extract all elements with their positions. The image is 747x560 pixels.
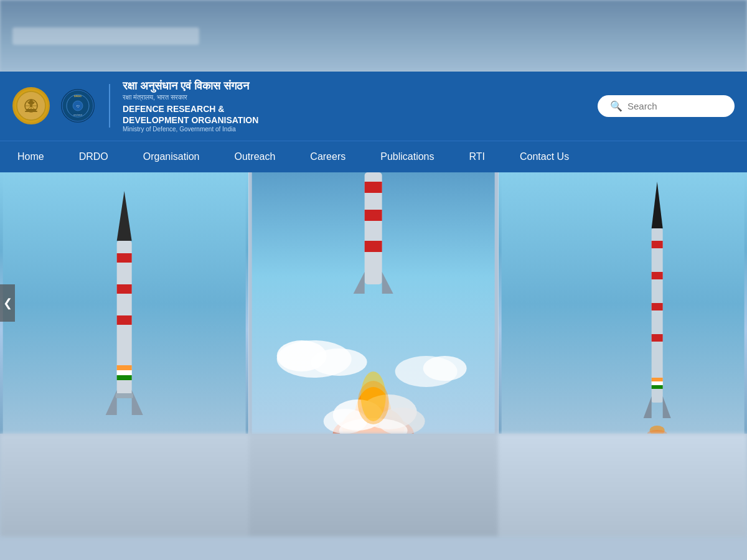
svg-rect-10: [25, 111, 37, 112]
org-title: रक्षा अनुसंधान एवं विकास संगठन रक्षा मंत…: [123, 79, 258, 133]
svg-rect-23: [117, 365, 132, 370]
search-input[interactable]: [627, 101, 721, 111]
main-navbar: Home DRDO Organisation Outreach Careers …: [0, 141, 747, 172]
svg-rect-62: [651, 385, 662, 389]
svg-rect-20: [117, 253, 132, 263]
org-english-title: DEFENCE RESEARCH & DEVELOPMENT ORGANISAT…: [123, 103, 258, 126]
header-divider: [109, 84, 110, 128]
svg-rect-24: [117, 370, 132, 375]
nav-item-outreach[interactable]: Outreach: [217, 141, 293, 172]
org-ministry: Ministry of Defence, Government of India: [123, 126, 258, 133]
org-hindi-subtitle: रक्षा मंत्रालय, भारत सरकार: [123, 93, 258, 101]
svg-rect-38: [365, 182, 382, 193]
nav-item-drdo[interactable]: DRDO: [62, 141, 126, 172]
org-hindi-title: रक्षा अनुसंधान एवं विकास संगठन: [123, 79, 258, 93]
search-icon: 🔍: [610, 100, 622, 112]
svg-text:🛡: 🛡: [77, 105, 80, 108]
svg-rect-60: [651, 378, 662, 381]
svg-rect-9: [26, 109, 36, 111]
svg-rect-54: [651, 228, 662, 403]
svg-rect-21: [117, 284, 132, 294]
english-title-line1: DEFENCE RESEARCH &: [123, 104, 224, 114]
svg-rect-25: [117, 375, 132, 380]
nav-item-home[interactable]: Home: [0, 141, 62, 172]
site-header: DRDO 🛡 सत्यमेव जयते रक्षा अनुसंधान एवं व…: [0, 72, 747, 141]
header-logo-area: DRDO 🛡 सत्यमेव जयते रक्षा अनुसंधान एवं व…: [12, 79, 258, 133]
svg-rect-57: [651, 272, 662, 279]
svg-rect-28: [116, 393, 133, 398]
slider-prev-button[interactable]: ❮: [0, 284, 15, 322]
bottom-blur-section: [0, 434, 747, 536]
svg-text:सत्यमेव जयते: सत्यमेव जयते: [73, 114, 83, 116]
hero-slider: ❮: [0, 172, 747, 434]
website-container: DRDO 🛡 सत्यमेव जयते रक्षा अनुसंधान एवं व…: [0, 72, 747, 536]
svg-rect-59: [651, 334, 662, 342]
india-emblem-icon: [12, 87, 50, 124]
svg-point-34: [423, 356, 467, 381]
search-box[interactable]: 🔍: [598, 95, 735, 117]
english-title-line2: DEVELOPMENT ORGANISATION: [123, 115, 258, 125]
svg-text:DRDO: DRDO: [74, 95, 82, 98]
nav-item-organisation[interactable]: Organisation: [126, 141, 217, 172]
svg-point-32: [311, 348, 367, 376]
svg-rect-61: [651, 381, 662, 385]
hero-panel-2: [248, 172, 498, 434]
svg-point-52: [358, 381, 389, 424]
browser-bar: [0, 0, 747, 72]
hero-panel-1: [0, 172, 248, 434]
svg-rect-58: [651, 303, 662, 310]
svg-rect-40: [365, 241, 382, 252]
drdo-logo-icon: DRDO 🛡 सत्यमेव जयते: [59, 87, 96, 124]
nav-item-rti[interactable]: RTI: [452, 141, 502, 172]
nav-item-careers[interactable]: Careers: [293, 141, 363, 172]
nav-item-contact[interactable]: Contact Us: [502, 141, 586, 172]
nav-item-publications[interactable]: Publications: [363, 141, 451, 172]
header-right: 🔍: [598, 95, 735, 117]
svg-rect-39: [365, 210, 382, 221]
svg-rect-53: [501, 172, 744, 434]
svg-rect-22: [117, 315, 132, 325]
svg-rect-56: [651, 241, 662, 248]
svg-point-8: [30, 100, 33, 103]
hero-panel-3: [499, 172, 747, 434]
